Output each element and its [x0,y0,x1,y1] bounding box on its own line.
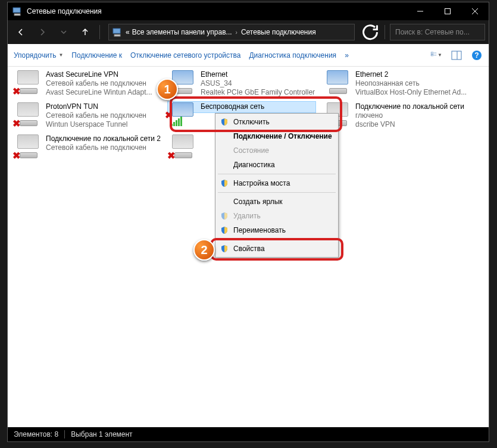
annotation-badge-2: 2 [193,239,215,261]
connection-status: ASUS_34 [201,79,315,88]
ctx-bridge[interactable]: Настройка моста [217,176,337,190]
error-x-icon: ✖ [165,109,174,119]
close-button[interactable] [461,2,489,20]
connection-icon: ✖ [168,134,197,158]
ctx-disable[interactable]: Отключить [217,115,337,129]
content-area[interactable]: ✖ Avast SecureLine VPNСетевой кабель не … [8,67,489,427]
connection-item[interactable]: ✖ [168,134,216,163]
connection-name: Avast SecureLine VPN [46,70,152,79]
connection-icon [168,70,197,94]
shield-icon [220,179,229,187]
error-x-icon: ✖ [167,150,177,159]
svg-rect-3 [445,9,451,14]
svg-rect-1 [14,14,20,15]
svg-rect-0 [13,8,20,12]
connection-adapter: dscribe VPN [355,120,464,129]
app-icon [12,7,22,16]
network-connections-window: Сетевые подключения « Все элементы панел… [7,2,489,442]
connection-icon: ✖ [14,134,42,158]
ctx-label: Переименовать [233,226,286,234]
wireless-icon: ✖ [168,102,197,126]
connection-name: Подключение по локальной сети [355,102,464,111]
connection-item[interactable]: ✖ ProtonVPN TUNСетевой кабель не подключ… [14,102,162,131]
shield-icon [220,226,229,234]
nav-separator [99,25,100,39]
recent-dropdown[interactable] [54,23,73,42]
address-icon [112,27,122,37]
ctx-separator [218,192,336,193]
window-controls [407,2,489,20]
search-input[interactable]: Поиск в: Сетевые по... [390,24,485,40]
svg-rect-9 [431,55,433,56]
connection-name: ProtonVPN TUN [46,102,146,111]
ctx-separator [218,174,336,174]
connection-item[interactable]: Ethernet 2Неопознанная сетьVirtualBox Ho… [323,70,472,99]
ctx-diagnose[interactable]: Диагностика [217,158,337,172]
ctx-connect-disconnect[interactable]: Подключение / Отключение [217,129,337,143]
ctx-label: Диагностика [233,161,275,169]
toolbar-label: Упорядочить [14,51,56,59]
ctx-delete: Удалить [217,209,337,223]
maximize-button[interactable] [434,2,461,20]
connection-name: Ethernet [201,70,315,79]
ctx-label: Состояние [233,146,269,155]
connection-status: глючено [355,111,464,120]
ctx-separator [218,239,336,240]
error-x-icon: ✖ [12,86,22,95]
ctx-label: Отключить [233,118,270,126]
titlebar: Сетевые подключения [8,2,489,20]
ctx-rename[interactable]: Переименовать [217,223,337,237]
svg-rect-7 [114,35,120,36]
svg-rect-12 [452,51,461,59]
refresh-button[interactable] [361,23,380,42]
svg-rect-6 [113,29,120,33]
connection-item[interactable]: EthernetASUS_34Realtek PCIe GbE Family C… [168,70,317,99]
chevron-down-icon: ▼ [437,52,442,58]
help-button[interactable]: ? [471,49,483,61]
shield-icon [220,245,229,253]
address-segment[interactable]: Сетевые подключения [241,28,316,36]
context-menu: Отключить Подключение / Отключение Состо… [215,113,339,258]
svg-text:?: ? [474,51,479,59]
up-button[interactable] [76,23,95,42]
window-title: Сетевые подключения [27,7,407,15]
connection-icon: ✖ [14,102,42,126]
connect-to-button[interactable]: Подключение к [71,51,122,59]
connection-item[interactable]: ✖ Avast SecureLine VPNСетевой кабель не … [14,70,162,99]
organize-menu[interactable]: Упорядочить ▼ [14,51,63,59]
svg-rect-8 [431,52,433,54]
address-bar[interactable]: « Все элементы панели управ... › Сетевые… [108,24,355,40]
connection-status: Неопознанная сеть [355,79,467,88]
connection-name: Подключение по локальной сети 2 [46,134,161,143]
ctx-label: Подключение / Отключение [233,132,332,140]
status-bar: Элементов: 8 Выбран 1 элемент [8,427,489,441]
status-selected-count: Выбран 1 элемент [71,430,132,438]
nav-separator [385,25,385,39]
disable-device-button[interactable]: Отключение сетевого устройства [130,51,240,59]
rename-toolbar-button[interactable]: » [345,51,349,59]
status-item-count: Элементов: 8 [14,430,58,438]
chevron-down-icon: ▼ [58,52,63,58]
ctx-label: Свойства [233,245,265,253]
minimize-button[interactable] [407,2,434,20]
address-segment[interactable]: « Все элементы панели управ... [126,28,232,36]
connection-icon: ✖ [14,70,42,94]
connection-adapter: Avast SecureLine Wintun Adapt... [46,88,152,97]
ctx-properties[interactable]: Свойства [217,242,337,256]
error-x-icon: ✖ [12,118,22,127]
diagnose-button[interactable]: Диагностика подключения [249,51,336,59]
view-options-button[interactable]: ▼ [430,49,442,61]
address-seg-text: Все элементы панели управ... [132,28,232,36]
back-button[interactable] [11,23,30,42]
connection-item[interactable]: ✖ Подключение по локальной сети 2Сетевой… [14,134,162,163]
connection-adapter: VirtualBox Host-Only Ethernet Ad... [355,88,467,97]
ctx-create-shortcut[interactable]: Создать ярлык [217,195,337,209]
preview-pane-button[interactable] [451,49,462,61]
chevron-right-icon: › [236,29,237,36]
connection-item[interactable]: Подключение по локальной сетиглюченоdscr… [323,102,472,131]
error-x-icon: ✖ [12,150,22,159]
ctx-status: Состояние [217,143,337,158]
forward-button[interactable] [33,23,52,42]
connection-status: Сетевой кабель не подключен [46,143,161,152]
ctx-label: Настройка моста [233,179,290,187]
